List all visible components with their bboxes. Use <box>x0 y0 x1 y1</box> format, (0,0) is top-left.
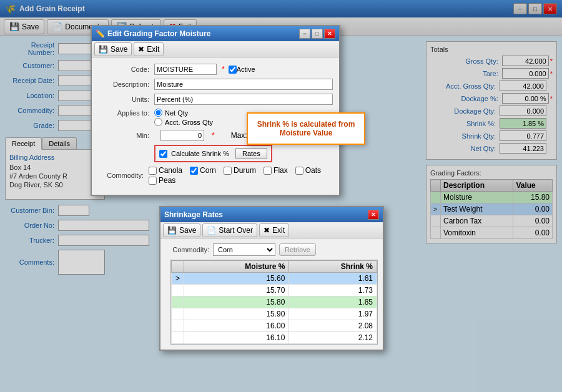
egf-description-row: Description: <box>98 79 333 90</box>
shr-table-row[interactable]: 15.70 1.73 <box>172 285 377 296</box>
shr-col-marker <box>172 261 184 273</box>
shr-table-row[interactable]: 15.80 1.85 <box>172 296 377 308</box>
shr-row-moisture: 16.00 <box>184 320 289 332</box>
tooltip-box: Shrink % is calculated from Moisture Val… <box>247 112 365 145</box>
egf-toolbar: 💾 Save ✖ Exit <box>92 41 339 57</box>
egf-active-label: Active <box>237 66 255 73</box>
egf-title-bar: ✏️ Edit Grading Factor Moisture − □ ✕ <box>92 26 339 41</box>
shr-col-shrink: Shrink % <box>289 261 377 273</box>
shr-table-container: Moisture % Shrink % > 15.60 1.61 15.70 1… <box>170 260 378 345</box>
shr-row-marker: > <box>172 273 184 285</box>
egf-calc-shrink-checkbox[interactable] <box>159 150 167 158</box>
shr-row-moisture: 15.90 <box>184 308 289 320</box>
shr-commodity-row: Commodity: Corn Retrieve <box>165 243 378 256</box>
flax-checkbox[interactable] <box>264 167 272 175</box>
egf-radio-group: Net Qty <box>154 109 194 117</box>
egf-description-label: Description: <box>98 81 154 88</box>
shr-row-shrink: 2.08 <box>289 320 377 332</box>
shr-table-row[interactable]: 15.90 1.97 <box>172 308 377 320</box>
shr-commodity-select[interactable]: Corn <box>213 243 275 256</box>
egf-calc-row: Calculate Shrink % Rates <box>154 145 272 162</box>
shr-table-row[interactable]: 16.10 2.12 <box>172 332 377 344</box>
oats-checkbox[interactable] <box>295 167 303 175</box>
egf-active-checkbox[interactable] <box>229 66 237 74</box>
shr-row-moisture: 15.70 <box>184 285 289 296</box>
shr-row-marker <box>172 320 184 332</box>
peas-checkbox-label: Peas <box>149 176 175 185</box>
shr-body: Commodity: Corn Retrieve Moisture % Shri… <box>160 238 383 350</box>
egf-applies-to-label: Applies to: <box>98 109 154 117</box>
egf-description-input[interactable] <box>154 79 333 90</box>
egf-calc-shrink-label: Calculate Shrink % <box>171 150 229 157</box>
flax-checkbox-label: Flax <box>264 166 288 175</box>
egf-calc-shrink-row: Calculate Shrink % Rates <box>98 145 333 162</box>
egf-save-icon: 💾 <box>99 45 108 54</box>
canola-checkbox-label: Canola <box>149 166 182 175</box>
egf-minimize-button[interactable]: − <box>299 29 310 39</box>
egf-title-text: Edit Grading Factor Moisture <box>107 29 210 38</box>
peas-checkbox[interactable] <box>149 177 157 185</box>
egf-radio-group2: Acct. Gross Qty <box>154 118 219 126</box>
egf-min-input[interactable] <box>160 130 204 141</box>
durum-checkbox[interactable] <box>224 167 232 175</box>
shr-title-text: Shrinkage Rates <box>164 210 223 219</box>
shr-table-row[interactable]: > 15.60 1.61 <box>172 273 377 285</box>
shr-row-moisture: 16.10 <box>184 332 289 344</box>
egf-commodity-section: Commodity: Canola Corn Durum Flax <box>98 166 333 185</box>
egf-maximize-button[interactable]: □ <box>312 29 323 39</box>
shr-start-over-button[interactable]: 📄 Start Over <box>202 223 257 237</box>
egf-units-row: Units: <box>98 94 333 105</box>
shr-retrieve-button[interactable]: Retrieve <box>279 243 316 256</box>
shr-save-button[interactable]: 💾 Save <box>163 223 200 237</box>
shr-row-shrink: 1.85 <box>289 296 377 308</box>
shr-col-moisture: Moisture % <box>184 261 289 273</box>
shr-commodity-label: Commodity: <box>165 246 209 253</box>
egf-title-icon: ✏️ <box>96 29 105 38</box>
egf-save-button[interactable]: 💾 Save <box>94 42 132 56</box>
shrinkage-rates-dialog: Shrinkage Rates ✕ 💾 Save 📄 Start Over ✖ … <box>159 206 384 351</box>
shr-row-moisture: 15.60 <box>184 273 289 285</box>
egf-exit-button[interactable]: ✖ Exit <box>134 42 164 56</box>
egf-title-controls: − □ ✕ <box>299 29 335 39</box>
tooltip-text: Shrink % is calculated from Moisture Val… <box>257 120 355 137</box>
shr-title-controls: ✕ <box>368 210 379 220</box>
egf-min-required: * <box>212 131 215 140</box>
shr-save-icon: 💾 <box>167 226 177 235</box>
shr-exit-icon: ✖ <box>264 226 270 235</box>
rates-button[interactable]: Rates <box>235 148 267 159</box>
egf-close-button[interactable]: ✕ <box>324 29 335 39</box>
egf-min-label: Min: <box>98 132 154 139</box>
canola-checkbox[interactable] <box>149 167 157 175</box>
shr-row-marker <box>172 285 184 296</box>
egf-code-input[interactable] <box>154 64 217 75</box>
shr-row-shrink: 1.73 <box>289 285 377 296</box>
egf-acct-gross-radio[interactable] <box>154 118 162 126</box>
shr-toolbar: 💾 Save 📄 Start Over ✖ Exit <box>160 222 383 238</box>
shr-row-shrink: 1.61 <box>289 273 377 285</box>
shr-row-moisture: 15.80 <box>184 296 289 308</box>
shr-table-row[interactable]: 16.00 2.08 <box>172 320 377 332</box>
shr-row-shrink: 2.12 <box>289 332 377 344</box>
shr-row-marker <box>172 296 184 308</box>
egf-code-label: Code: <box>98 66 154 73</box>
shr-close-button[interactable]: ✕ <box>368 210 379 220</box>
durum-checkbox-label: Durum <box>224 166 256 175</box>
shr-row-shrink: 1.97 <box>289 308 377 320</box>
shr-row-marker <box>172 308 184 320</box>
egf-units-input[interactable] <box>154 94 333 105</box>
egf-units-label: Units: <box>98 96 154 103</box>
egf-code-row: Code: * Active <box>98 64 333 75</box>
egf-acct-gross-label: Acct. Gross Qty <box>165 119 213 126</box>
shr-rates-table: Moisture % Shrink % > 15.60 1.61 15.70 1… <box>171 260 377 344</box>
shr-title-bar: Shrinkage Rates ✕ <box>160 207 383 222</box>
oats-checkbox-label: Oats <box>295 166 321 175</box>
egf-required-marker: * <box>222 65 225 74</box>
corn-checkbox[interactable] <box>190 167 198 175</box>
egf-net-qty-radio[interactable] <box>154 109 162 117</box>
shr-row-marker <box>172 332 184 344</box>
egf-commodity-label: Commodity: <box>98 172 149 179</box>
egf-commodity-checkboxes: Canola Corn Durum Flax Oats <box>149 166 333 185</box>
egf-max-label: Max: <box>231 131 247 140</box>
egf-net-qty-label: Net Qty <box>165 109 188 117</box>
shr-exit-button[interactable]: ✖ Exit <box>259 223 289 237</box>
